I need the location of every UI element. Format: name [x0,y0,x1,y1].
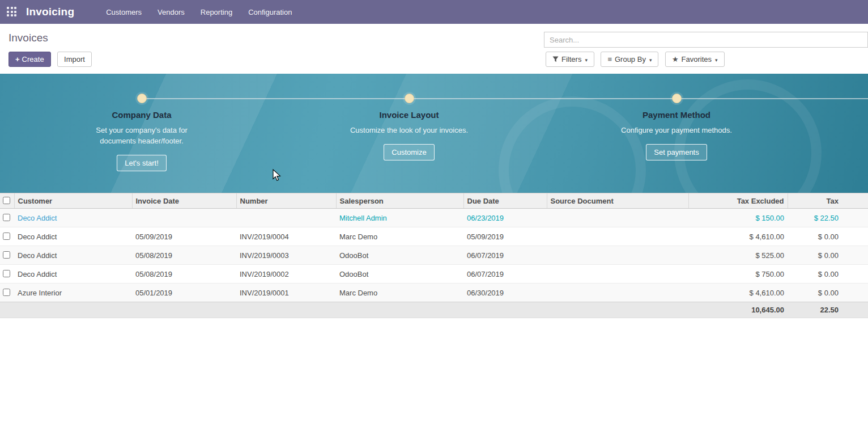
row-checkbox[interactable] [3,289,10,296]
caret-down-icon: ▾ [649,57,652,63]
cell-source-document [547,246,688,265]
cell-number: INV/2019/0003 [236,246,336,265]
cell-due-date: 06/07/2019 [463,246,547,265]
caret-down-icon: ▾ [585,57,588,63]
cell-tax: $ 0.00 [788,246,868,265]
caret-down-icon: ▾ [715,57,718,63]
cell-due-date: 05/09/2019 [463,227,547,246]
cell-salesperson: OdooBot [336,246,463,265]
cell-tax-excluded: $ 4,610.00 [688,284,788,302]
cell-tax-excluded: $ 750.00 [688,265,788,284]
tax-excluded-total: 10,645.00 [688,302,788,318]
create-button[interactable]: +Create [8,52,51,67]
column-header-customer[interactable]: Customer [14,193,132,209]
cell-tax: $ 0.00 [788,227,868,246]
cell-tax-excluded: $ 150.00 [688,209,788,227]
cell-tax: $ 22.50 [788,209,868,227]
app-title[interactable]: Invoicing [26,6,74,18]
column-header-salesperson[interactable]: Salesperson [336,193,463,209]
cell-customer: Deco Addict [14,246,132,265]
apps-grid-icon[interactable] [7,7,17,17]
set-payments-button[interactable]: Set payments [646,144,707,160]
cell-customer: Deco Addict [14,209,132,227]
funnel-icon [552,55,559,64]
search-option-buttons: Filters▾ ≡Group By▾ ★Favorites▾ [546,52,729,67]
cell-invoice-date: 05/01/2019 [132,284,236,302]
table-row[interactable]: Azure Interior 05/01/2019 INV/2019/0001 … [0,284,868,302]
row-checkbox[interactable] [3,270,10,277]
step-description: Configure your payment methods. [616,125,737,136]
cell-salesperson: Mitchell Admin [336,209,463,227]
action-buttons: +Create Import [8,52,96,67]
table-row[interactable]: Deco Addict Mitchell Admin 06/23/2019 $ … [0,209,868,227]
step-title: Payment Method [586,110,767,120]
step-description: Set your company's data for documents he… [82,125,202,146]
column-header-tax[interactable]: Tax [788,193,868,209]
cell-source-document [547,209,688,227]
onboarding-step-payment-method: Payment Method Configure your payment me… [586,110,767,160]
favorites-button[interactable]: ★Favorites▾ [665,52,725,67]
lets-start-button[interactable]: Let's start! [117,155,167,171]
step-title: Invoice Layout [318,110,500,120]
cell-due-date: 06/30/2019 [463,284,547,302]
nav-item-reporting[interactable]: Reporting [201,8,232,16]
column-header-due-date[interactable]: Due Date [463,193,547,209]
cell-number: INV/2019/0004 [236,227,336,246]
table-footer-row: 10,645.00 22.50 [0,302,868,318]
nav-item-vendors[interactable]: Vendors [158,8,185,16]
cell-customer: Deco Addict [14,265,132,284]
cell-due-date: 06/07/2019 [463,265,547,284]
main-menu: Customers Vendors Reporting Configuratio… [106,8,292,16]
invoice-list-table: Customer Invoice Date Number Salesperson… [0,193,868,318]
cell-due-date: 06/23/2019 [463,209,547,227]
cell-number: INV/2019/0001 [236,284,336,302]
table-row[interactable]: Deco Addict 05/08/2019 INV/2019/0003 Odo… [0,246,868,265]
onboarding-step-company-data: Company Data Set your company's data for… [51,110,232,171]
cell-tax: $ 0.00 [788,265,868,284]
filters-button[interactable]: Filters▾ [546,52,594,67]
cell-invoice-date: 05/08/2019 [132,265,236,284]
cell-tax-excluded: $ 4,610.00 [688,227,788,246]
step-description: Customize the look of your invoices. [349,125,469,136]
cell-salesperson: OdooBot [336,265,463,284]
group-by-button[interactable]: ≡Group By▾ [601,52,658,67]
cell-number [236,209,336,227]
tax-total: 22.50 [788,302,868,318]
cell-customer: Deco Addict [14,227,132,246]
select-all-checkbox[interactable] [3,197,10,204]
onboarding-banner: Company Data Set your company's data for… [0,74,868,193]
row-checkbox[interactable] [3,214,10,221]
cell-source-document [547,265,688,284]
select-all-cell [0,193,14,209]
step-title: Company Data [51,110,232,120]
row-checkbox[interactable] [3,232,10,240]
cell-invoice-date: 05/09/2019 [132,227,236,246]
table-header-row: Customer Invoice Date Number Salesperson… [0,193,868,209]
import-button[interactable]: Import [57,52,92,67]
step-dot-payment-method [672,94,682,103]
column-header-invoice-date[interactable]: Invoice Date [132,193,236,209]
column-header-number[interactable]: Number [236,193,336,209]
cell-source-document [547,227,688,246]
step-dot-company-data [137,94,147,103]
row-checkbox[interactable] [3,251,10,259]
nav-item-customers[interactable]: Customers [106,8,142,16]
table-row[interactable]: Deco Addict 05/08/2019 INV/2019/0002 Odo… [0,265,868,284]
onboarding-step-invoice-layout: Invoice Layout Customize the look of you… [318,110,500,160]
customize-button[interactable]: Customize [384,144,434,160]
cell-invoice-date: 05/08/2019 [132,246,236,265]
search-input[interactable] [544,32,868,48]
nav-item-configuration[interactable]: Configuration [248,8,292,16]
cell-source-document [547,284,688,302]
step-dot-invoice-layout [405,94,414,103]
plus-icon: + [15,55,20,64]
column-header-tax-excluded[interactable]: Tax Excluded [688,193,788,209]
column-header-source-document[interactable]: Source Document [547,193,688,209]
top-navbar: Invoicing Customers Vendors Reporting Co… [0,0,868,24]
cell-customer: Azure Interior [14,284,132,302]
control-panel: Invoices +Create Import Filters▾ ≡Group … [0,24,868,74]
page-title: Invoices [8,32,48,44]
table-row[interactable]: Deco Addict 05/09/2019 INV/2019/0004 Mar… [0,227,868,246]
cell-salesperson: Marc Demo [336,284,463,302]
star-icon: ★ [672,55,679,64]
